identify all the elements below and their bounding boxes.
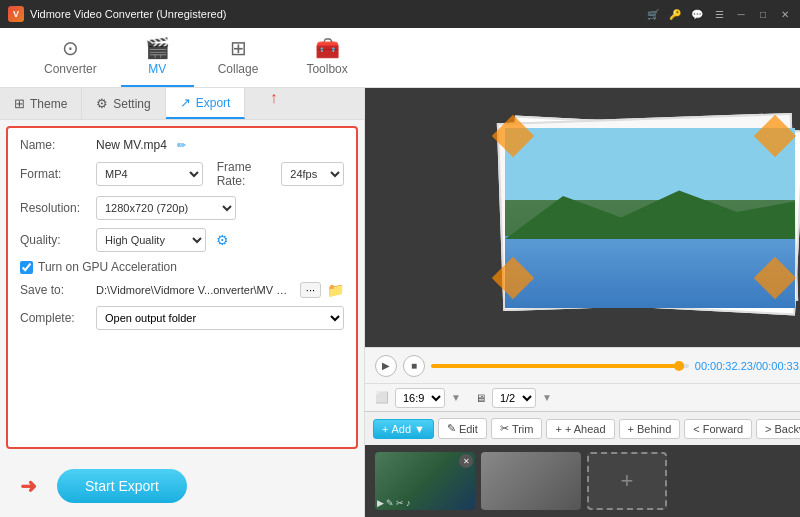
gpu-row: Turn on GPU Acceleration [20, 260, 344, 274]
edit-icon: ✎ [447, 422, 456, 435]
complete-label: Complete: [20, 311, 90, 325]
preview-area [365, 88, 800, 347]
ratio-bar: ⬜ 16:9 4:3 1:1 9:16 ▼ 🖥 1/2 2/2 ▼ [365, 383, 800, 411]
menu-icon[interactable]: ☰ [712, 7, 726, 21]
complete-select[interactable]: Open output folder Do nothing Shut down [96, 306, 344, 330]
sub-tab-export-label: Export [196, 96, 231, 110]
export-arrow-icon: ↗ [180, 95, 191, 110]
playback-bar: ▶ ■ 00:00:32.23/00:00:33.01 🔊 Start Expo… [365, 347, 800, 383]
saveto-row: Save to: D:\Vidmore\Vidmore V...onverter… [20, 282, 344, 298]
add-label: Add [391, 423, 411, 435]
tab-mv-label: MV [148, 62, 166, 76]
key-icon[interactable]: 🔑 [668, 7, 682, 21]
landscape-background [505, 128, 795, 308]
frame-rate-label: Frame Rate: [217, 160, 276, 188]
sub-tab-theme[interactable]: ⊞ Theme [0, 88, 82, 119]
time-total: 00:00:33.01 [756, 360, 800, 372]
toolbox-icon: 🧰 [315, 38, 340, 58]
tab-mv[interactable]: 🎬 MV [121, 29, 194, 87]
sub-tab-theme-label: Theme [30, 97, 67, 111]
theme-grid-icon: ⊞ [14, 96, 25, 111]
page-dropdown-arrow[interactable]: ▼ [542, 392, 552, 403]
shopping-icon[interactable]: 🛒 [646, 7, 660, 21]
converter-icon: ⊙ [62, 38, 79, 58]
add-button[interactable]: + Add ▼ [373, 419, 434, 439]
clip-controls-1: ▶ ✎ ✂ ♪ [377, 498, 411, 508]
sub-tabs: ⊞ Theme ⚙ Setting ↗ Export ↑ [0, 88, 364, 120]
resolution-row: Resolution: 1280x720 (720p) 1920x1080 (1… [20, 196, 344, 220]
saveto-path: D:\Vidmore\Vidmore V...onverter\MV Expor… [96, 284, 294, 296]
landscape-mountain [505, 185, 795, 239]
format-select[interactable]: MP4 MOV AVI MKV [96, 162, 203, 186]
name-label: Name: [20, 138, 90, 152]
backward-icon: > [765, 423, 771, 435]
progress-track[interactable] [431, 364, 689, 368]
timeline-clip-1: ✕ ▶ ✎ ✂ ♪ [375, 452, 475, 510]
backward-button[interactable]: > Backward [756, 419, 800, 439]
sub-tab-setting-label: Setting [113, 97, 150, 111]
quality-gear-icon[interactable]: ⚙ [216, 232, 229, 248]
gpu-checkbox[interactable] [20, 261, 33, 274]
main-content: ⊞ Theme ⚙ Setting ↗ Export ↑ Name: New M… [0, 88, 800, 517]
minimize-button[interactable]: ─ [734, 7, 748, 21]
bottom-toolbar: + Add ▼ ✎ Edit ✂ Trim + + Ahead + Behind… [365, 411, 800, 445]
quality-select[interactable]: High Quality Medium Quality Low Quality [96, 228, 206, 252]
ahead-button[interactable]: + + Ahead [546, 419, 614, 439]
start-export-button[interactable]: Start Export [57, 469, 187, 503]
app-icon: V [8, 6, 24, 22]
chat-icon[interactable]: 💬 [690, 7, 704, 21]
sub-tab-setting[interactable]: ⚙ Setting [82, 88, 165, 119]
resolution-select[interactable]: 1280x720 (720p) 1920x1080 (1080p) 854x48… [96, 196, 236, 220]
browse-dots-button[interactable]: ··· [300, 282, 321, 298]
landscape-water [505, 236, 795, 308]
window-controls: 🛒 🔑 💬 ☰ ─ □ ✕ [646, 7, 792, 21]
trim-button[interactable]: ✂ Trim [491, 418, 543, 439]
add-clip-button[interactable]: + [587, 452, 667, 510]
timeline-area: ✕ ▶ ✎ ✂ ♪ + [365, 445, 800, 517]
clip-music-icon: ♪ [406, 498, 411, 508]
right-panel: ▶ ■ 00:00:32.23/00:00:33.01 🔊 Start Expo… [365, 88, 800, 517]
page-select[interactable]: 1/2 2/2 [492, 388, 536, 408]
sub-tab-export[interactable]: ↗ Export ↑ [166, 88, 246, 119]
left-panel: ⊞ Theme ⚙ Setting ↗ Export ↑ Name: New M… [0, 88, 365, 517]
ratio-dropdown-arrow[interactable]: ▼ [451, 392, 461, 403]
title-bar: V Vidmore Video Converter (Unregistered)… [0, 0, 800, 28]
main-video-frame [505, 128, 795, 308]
behind-label: Behind [637, 423, 671, 435]
preview-canvas [490, 113, 800, 323]
saveto-label: Save to: [20, 283, 90, 297]
ratio-icon: ⬜ [375, 391, 389, 404]
maximize-button[interactable]: □ [756, 7, 770, 21]
tab-converter[interactable]: ⊙ Converter [20, 29, 121, 87]
edit-button[interactable]: ✎ Edit [438, 418, 487, 439]
format-row: Format: MP4 MOV AVI MKV Frame Rate: 24fp… [20, 160, 344, 188]
progress-thumb [674, 361, 684, 371]
tab-toolbox-label: Toolbox [306, 62, 347, 76]
time-current: 00:00:32.23 [695, 360, 753, 372]
open-folder-button[interactable]: 📁 [327, 282, 344, 298]
clip-close-1[interactable]: ✕ [459, 454, 473, 468]
format-label: Format: [20, 167, 90, 181]
resolution-label: Resolution: [20, 201, 90, 215]
close-button[interactable]: ✕ [778, 7, 792, 21]
forward-icon: < [693, 423, 699, 435]
add-dropdown-arrow[interactable]: ▼ [414, 423, 425, 435]
tab-toolbox[interactable]: 🧰 Toolbox [282, 29, 371, 87]
annotation-arrow: ↑ [270, 89, 278, 107]
export-settings-panel: Name: New MV.mp4 ✏ Format: MP4 MOV AVI M… [6, 126, 358, 449]
stop-button[interactable]: ■ [403, 355, 425, 377]
red-arrow-annotation: ➜ [20, 474, 37, 498]
forward-button[interactable]: < Forward [684, 419, 752, 439]
complete-row: Complete: Open output folder Do nothing … [20, 306, 344, 330]
ratio-select[interactable]: 16:9 4:3 1:1 9:16 [395, 388, 445, 408]
play-button[interactable]: ▶ [375, 355, 397, 377]
behind-button[interactable]: + Behind [619, 419, 681, 439]
name-edit-icon[interactable]: ✏ [177, 139, 186, 152]
name-value: New MV.mp4 [96, 138, 167, 152]
time-display: 00:00:32.23/00:00:33.01 [695, 360, 800, 372]
quality-label: Quality: [20, 233, 90, 247]
quality-row: Quality: High Quality Medium Quality Low… [20, 228, 344, 252]
frame-rate-select[interactable]: 24fps 25fps 30fps [281, 162, 344, 186]
tab-collage[interactable]: ⊞ Collage [194, 29, 283, 87]
tab-converter-label: Converter [44, 62, 97, 76]
